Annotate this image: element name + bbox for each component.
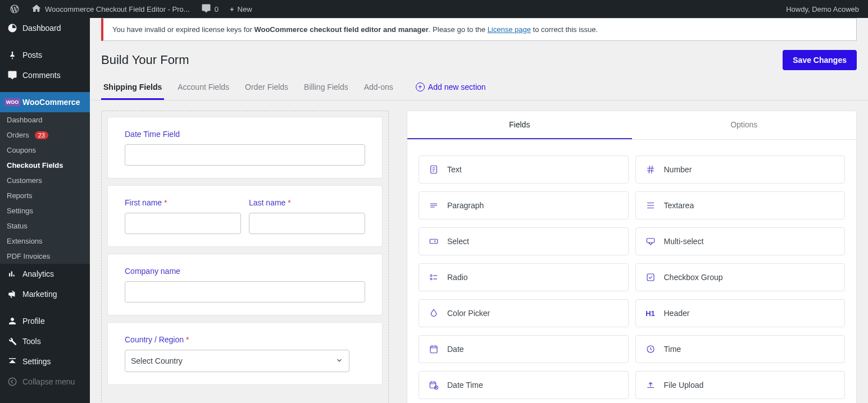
- field-type-color-picker[interactable]: Color Picker: [419, 299, 629, 327]
- datetime-input[interactable]: [125, 144, 365, 166]
- svg-rect-7: [430, 346, 437, 353]
- sidebar-item-collapse[interactable]: Collapse menu: [0, 372, 90, 392]
- home-icon: [31, 3, 42, 15]
- field-type-date[interactable]: Date: [419, 335, 629, 363]
- firstname-input[interactable]: [125, 213, 241, 234]
- field-type-file-upload[interactable]: File Upload: [635, 371, 846, 399]
- pin-icon: [7, 49, 18, 61]
- new-link[interactable]: + New: [225, 0, 257, 18]
- field-card[interactable]: First name * Last name *: [107, 185, 383, 247]
- home-link[interactable]: Woocommerce Checkout Field Editor - Pro.…: [27, 0, 194, 18]
- license-notice: You have invalid or expired license keys…: [101, 18, 857, 41]
- add-section-button[interactable]: + Add new section: [416, 83, 486, 96]
- sub-customers[interactable]: Customers: [0, 173, 90, 188]
- panel-tabs: Fields Options: [407, 111, 856, 140]
- wordpress-icon: [9, 3, 20, 15]
- field-type-grid: Text Number Paragraph Textarea Select Mu…: [407, 140, 856, 403]
- sidebar-label: Marketing: [22, 290, 57, 299]
- form-tabs: Shipping Fields Account Fields Order Fie…: [90, 72, 868, 100]
- field-type-radio[interactable]: Radio: [419, 263, 629, 291]
- field-type-datetime[interactable]: Date Time: [419, 371, 629, 399]
- site-title: Woocommerce Checkout Field Editor - Pro.…: [45, 5, 190, 13]
- tab-account[interactable]: Account Fields: [175, 78, 231, 100]
- company-input[interactable]: [125, 281, 365, 303]
- field-label-company: Company name: [125, 267, 365, 276]
- multiselect-icon: [645, 236, 656, 247]
- wp-logo[interactable]: [4, 0, 25, 18]
- notice-text: You have invalid or expired license keys…: [112, 25, 254, 34]
- svg-point-0: [8, 378, 16, 386]
- save-button[interactable]: Save Changes: [783, 50, 857, 70]
- admin-bar-left: Woocommerce Checkout Field Editor - Pro.…: [4, 0, 257, 18]
- field-card[interactable]: Date Time Field: [107, 117, 383, 178]
- panel-tab-options[interactable]: Options: [632, 111, 857, 139]
- admin-bar: Woocommerce Checkout Field Editor - Pro.…: [0, 0, 868, 18]
- license-link[interactable]: License page: [488, 25, 531, 34]
- sidebar-item-dashboard[interactable]: Dashboard: [0, 18, 90, 38]
- comments-count: 0: [215, 5, 219, 13]
- sub-coupons[interactable]: Coupons: [0, 143, 90, 158]
- sidebar-label: WooCommerce: [22, 98, 80, 107]
- field-type-multiselect[interactable]: Multi-select: [635, 227, 846, 255]
- sidebar-label: Collapse menu: [22, 377, 75, 386]
- tab-addons[interactable]: Add-ons: [362, 78, 396, 100]
- field-card[interactable]: Country / Region * Select Country: [107, 322, 383, 385]
- field-type-textarea[interactable]: Textarea: [635, 191, 846, 219]
- sidebar-label: Profile: [22, 317, 45, 326]
- sub-dashboard[interactable]: Dashboard: [0, 112, 90, 127]
- field-type-time[interactable]: Time: [635, 335, 846, 363]
- sub-orders[interactable]: Orders23: [0, 127, 90, 143]
- country-select[interactable]: Select Country: [125, 350, 349, 372]
- tab-order[interactable]: Order Fields: [243, 78, 290, 100]
- collapse-icon: [7, 376, 18, 387]
- calendar-icon: [428, 344, 439, 355]
- sidebar-item-woocommerce[interactable]: WOO WooCommerce: [0, 92, 90, 112]
- field-type-checkbox-group[interactable]: Checkbox Group: [635, 263, 846, 291]
- plus-circle-icon: +: [416, 83, 425, 91]
- text-icon: [428, 164, 439, 175]
- comments-link[interactable]: 0: [197, 0, 223, 18]
- lastname-input[interactable]: [249, 213, 365, 234]
- howdy-link[interactable]: Howdy, Demo Acoweb: [781, 0, 864, 18]
- field-type-paragraph[interactable]: Paragraph: [419, 191, 629, 219]
- select-icon: [428, 236, 439, 247]
- sidebar-item-marketing[interactable]: Marketing: [0, 284, 90, 304]
- sidebar-item-tools[interactable]: Tools: [0, 331, 90, 351]
- comment-icon: [201, 3, 211, 15]
- header-icon: H1: [645, 308, 656, 319]
- svg-rect-2: [430, 239, 438, 244]
- field-type-text[interactable]: Text: [419, 155, 629, 184]
- svg-point-4: [430, 275, 432, 277]
- admin-sidebar: Dashboard Posts Comments WOO WooCommerce…: [0, 18, 90, 403]
- sub-pdf-invoices[interactable]: PDF Invoices: [0, 249, 90, 264]
- field-label-firstname: First name *: [125, 198, 241, 207]
- sidebar-item-analytics[interactable]: Analytics: [0, 264, 90, 284]
- field-type-header[interactable]: H1Header: [635, 299, 846, 327]
- howdy-text: Howdy, Demo Acoweb: [786, 5, 859, 13]
- orders-badge: 23: [35, 131, 48, 139]
- form-builder: Date Time Field First name * Last name *…: [90, 100, 868, 403]
- woocommerce-icon: WOO: [7, 97, 18, 108]
- sub-checkout-fields[interactable]: Checkout Fields: [0, 158, 90, 173]
- sub-settings[interactable]: Settings: [0, 203, 90, 218]
- analytics-icon: [7, 268, 18, 280]
- field-type-select[interactable]: Select: [419, 227, 629, 255]
- sidebar-label: Dashboard: [22, 24, 61, 33]
- hash-icon: [645, 164, 656, 175]
- field-card[interactable]: Company name: [107, 254, 383, 315]
- sidebar-item-profile[interactable]: Profile: [0, 311, 90, 331]
- tab-shipping[interactable]: Shipping Fields: [101, 78, 164, 100]
- chevron-down-icon: [335, 356, 343, 366]
- megaphone-icon: [7, 288, 18, 300]
- sub-status[interactable]: Status: [0, 218, 90, 233]
- sidebar-item-settings[interactable]: Settings: [0, 351, 90, 372]
- paragraph-icon: [428, 200, 439, 211]
- sidebar-item-posts[interactable]: Posts: [0, 45, 90, 65]
- panel-tab-fields[interactable]: Fields: [407, 111, 632, 139]
- sidebar-item-comments[interactable]: Comments: [0, 65, 90, 85]
- sidebar-label: Settings: [22, 357, 51, 366]
- sub-reports[interactable]: Reports: [0, 188, 90, 203]
- sub-extensions[interactable]: Extensions: [0, 233, 90, 249]
- field-type-number[interactable]: Number: [635, 155, 846, 184]
- tab-billing[interactable]: Billing Fields: [302, 78, 351, 100]
